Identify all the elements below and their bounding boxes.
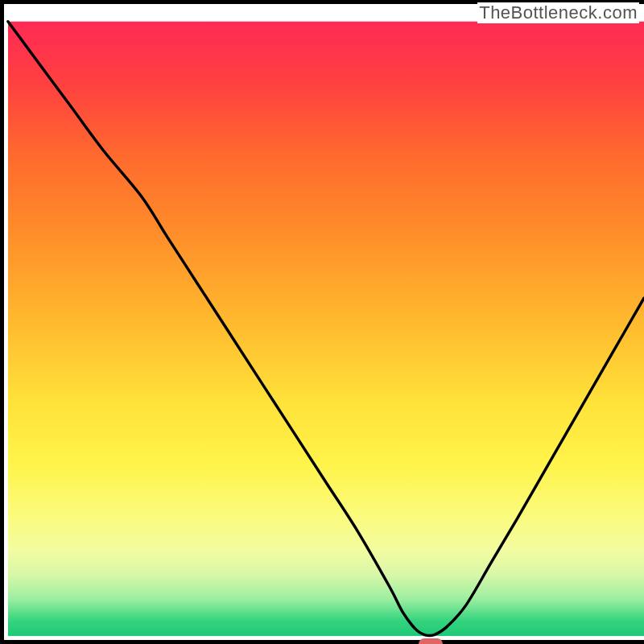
watermark-text: TheBottleneck.com [477,2,639,23]
gradient-background [8,22,644,636]
chart-frame: TheBottleneck.com [0,0,644,644]
chart-svg [4,4,644,640]
optimal-point-marker [419,638,443,644]
chart-plot-area [4,4,644,640]
